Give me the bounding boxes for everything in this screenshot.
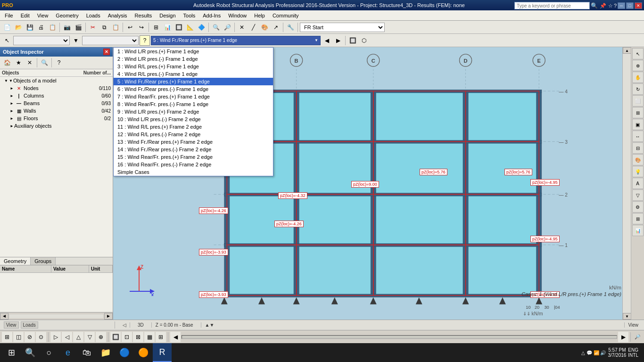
rt-light-btn[interactable]: 💡: [632, 166, 644, 177]
dd-item-8[interactable]: 8 : Wind Rear/Fr. pres.(-) Frame 1 edge: [114, 100, 273, 108]
bt-btn10[interactable]: 🔲: [110, 332, 121, 342]
chart-btn[interactable]: 📊: [162, 22, 173, 33]
dd-item-2[interactable]: 2 : Wind L/R pres.(-) Frame 1 edge: [114, 55, 273, 63]
dd-item-3[interactable]: 3 : Wind R/L pres.(+) Frame 1 edge: [114, 63, 273, 70]
taskbar-robot[interactable]: R: [153, 343, 172, 362]
tree-expander-root[interactable]: ▼: [4, 78, 8, 83]
bt-btn8[interactable]: ▽: [84, 332, 95, 342]
nav-btn2[interactable]: ▶: [333, 35, 343, 46]
dd-item-1[interactable]: 1 : Wind L/R pres.(+) Frame 1 edge: [114, 48, 273, 55]
menu-geometry[interactable]: Geometry: [52, 12, 82, 19]
close-button[interactable]: ✕: [635, 2, 642, 9]
load-case-selected[interactable]: 5 : Wind Fr./Rear pres.(+) Frame 1 edge …: [151, 36, 321, 45]
dd-item-10[interactable]: 10 : Wind L/R pres.(-) Frame 2 edge: [114, 115, 273, 123]
cut-btn[interactable]: ✂: [88, 22, 98, 33]
help-icon[interactable]: ?: [614, 3, 617, 8]
open-btn[interactable]: 📂: [13, 22, 24, 33]
cursor-btn[interactable]: ↖: [2, 35, 12, 46]
report-btn[interactable]: 📋: [47, 22, 58, 33]
search-input[interactable]: [514, 2, 590, 9]
3d-btn[interactable]: 🔲: [173, 22, 184, 33]
taskbar-file-explorer[interactable]: 📁: [96, 343, 115, 362]
video-btn[interactable]: 🎬: [73, 22, 83, 33]
menu-design[interactable]: Design: [156, 12, 179, 19]
rt-pan-btn[interactable]: ✋: [632, 72, 644, 83]
zoom-area-btn[interactable]: 🔎: [222, 22, 232, 33]
new-btn[interactable]: 📄: [2, 22, 12, 33]
zoom-in-btn[interactable]: 🔍: [211, 22, 221, 33]
dd-item-6[interactable]: 6 : Wind Fr./Rear pres.(-) Frame 1 edge: [114, 85, 273, 93]
table-btn[interactable]: ⊞: [151, 22, 161, 33]
rt-table-btn[interactable]: ⊞: [632, 213, 644, 224]
bt-btn5[interactable]: ▷: [50, 332, 61, 342]
rt-filter-btn[interactable]: ▽: [632, 189, 644, 201]
inspector-close-button[interactable]: ✕: [103, 49, 110, 55]
select-combo1[interactable]: [13, 36, 70, 45]
color-btn[interactable]: 🎨: [259, 22, 270, 33]
search-icon[interactable]: 🔍: [591, 2, 598, 9]
insp-tb2[interactable]: ★: [13, 58, 24, 68]
loads-tab-label[interactable]: Loads: [21, 321, 38, 329]
fr-start-combo[interactable]: FR Start: [300, 23, 385, 32]
wrench-btn[interactable]: 🔧: [285, 22, 296, 33]
taskbar-search[interactable]: 🔍: [21, 343, 40, 362]
dd-item-9[interactable]: 9 : Wind L/R pres.(+) Frame 2 edge: [114, 108, 273, 115]
canvas-vscroll[interactable]: ▲ ▼: [622, 47, 631, 320]
dd-item-14[interactable]: 14 : Wind Fr./Rear pres.(-) Frame 2 edge: [114, 146, 273, 153]
menu-results[interactable]: Results: [131, 12, 156, 19]
bt-btn14[interactable]: ⊞: [156, 332, 166, 342]
tree-row-floors[interactable]: ► ▤ Floors 0/2: [0, 115, 113, 122]
dd-item-15[interactable]: 15 : Wind Rear/Fr. pres.(+) Frame 2 edge: [114, 153, 273, 161]
canvas-area[interactable]: 1 : Wind L/R pres.(+) Frame 1 edge 2 : W…: [113, 47, 631, 320]
copy-btn[interactable]: ⧉: [99, 22, 109, 33]
redo-btn[interactable]: ↪: [136, 22, 147, 33]
inspector-hscroll[interactable]: ◀ ▶: [0, 312, 113, 320]
rt-label-btn[interactable]: A: [632, 178, 644, 189]
rt-config-btn[interactable]: ⚙: [632, 201, 644, 213]
menu-analysis[interactable]: Analysis: [104, 12, 131, 19]
menu-view[interactable]: View: [33, 12, 52, 19]
rt-graph-btn[interactable]: 📊: [632, 225, 644, 236]
dd-item-11[interactable]: 11 : Wind R/L pres.(+) Frame 2 edge: [114, 123, 273, 131]
rt-view1-btn[interactable]: ⊞: [632, 107, 644, 118]
maximize-button[interactable]: □: [626, 2, 634, 9]
dropdown-list[interactable]: 1 : Wind L/R pres.(+) Frame 1 edge 2 : W…: [113, 47, 273, 176]
bt-btn4[interactable]: ⊙: [36, 332, 46, 342]
insp-tb4[interactable]: 🔍: [39, 58, 50, 68]
tree-exp-nodes[interactable]: ►: [9, 86, 14, 90]
tree-row-root[interactable]: ▼ ▼ Objects of a model: [0, 77, 113, 84]
render-btn[interactable]: 🔷: [196, 22, 206, 33]
undo-btn[interactable]: ↩: [125, 22, 135, 33]
tree-row-beams[interactable]: ► — Beams 0/93: [0, 99, 113, 107]
dd-item-13[interactable]: 13 : Wind Fr./Rear pres.(+) Frame 2 edge: [114, 138, 273, 146]
menu-tools[interactable]: Tools: [180, 12, 199, 19]
insp-tb3[interactable]: ✕: [25, 58, 35, 68]
line-btn[interactable]: ╱: [248, 22, 258, 33]
tree-area[interactable]: ▼ ▼ Objects of a model ► ✕ Nodes 0/110 ►…: [0, 77, 113, 257]
menu-help[interactable]: Help: [250, 12, 269, 19]
scroll-down-btn[interactable]: ▼: [623, 313, 631, 320]
tree-row-walls[interactable]: ► ▦ Walls 0/42: [0, 107, 113, 115]
tb-icon1[interactable]: 🔲: [347, 35, 358, 46]
dims-btn[interactable]: 📐: [185, 22, 195, 33]
select-type-btn[interactable]: ▼: [71, 35, 81, 46]
arrow-btn[interactable]: ↗: [271, 22, 281, 33]
taskbar-cortana[interactable]: ○: [40, 343, 58, 362]
tree-exp-walls[interactable]: ►: [9, 108, 14, 113]
rt-select-btn[interactable]: ↖: [632, 48, 644, 59]
print-btn[interactable]: 🖨: [36, 22, 46, 33]
camera-btn[interactable]: 📷: [62, 22, 72, 33]
bt-btn7[interactable]: △: [73, 332, 83, 342]
tab-geometry[interactable]: Geometry: [0, 257, 31, 265]
save-btn[interactable]: 💾: [25, 22, 35, 33]
scroll-up-btn[interactable]: ▲: [623, 47, 631, 54]
bt-btn12[interactable]: ⊠: [133, 332, 143, 342]
star-icon[interactable]: ☆: [608, 3, 613, 9]
menu-loads[interactable]: Loads: [83, 12, 104, 19]
menu-file[interactable]: File: [1, 12, 17, 19]
menu-addins[interactable]: Add-Ins: [199, 12, 224, 19]
dd-item-simple[interactable]: Simple Cases: [114, 168, 273, 176]
rt-zoom-btn[interactable]: ⊕: [632, 60, 644, 71]
dd-item-5[interactable]: 5 : Wind Fr./Rear pres.(+) Frame 1 edge: [114, 78, 273, 85]
dd-item-12[interactable]: 12 : Wind R/L pres.(-) Frame 2 edge: [114, 131, 273, 138]
